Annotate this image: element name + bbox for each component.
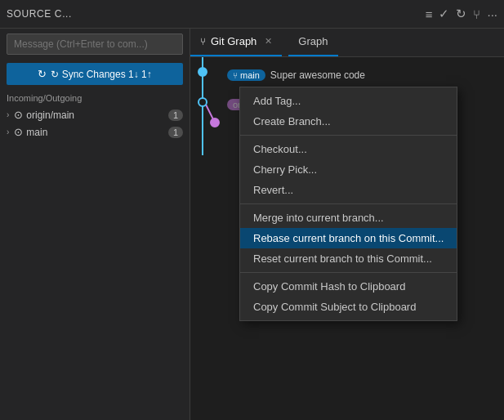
- branch-list: › ⊙ origin/main 1 › ⊙ main 1: [0, 106, 190, 141]
- commit-row-1[interactable]: ⑂ main Super awesome code: [190, 60, 504, 90]
- menu-item-merge[interactable]: Merge into current branch...: [240, 208, 457, 228]
- branch-item-main[interactable]: › ⊙ main 1: [0, 123, 190, 141]
- separator-2: [240, 203, 457, 204]
- menu-item-add-tag[interactable]: Add Tag...: [240, 91, 457, 111]
- branch-icon[interactable]: ⑂: [473, 7, 480, 21]
- refresh-icon[interactable]: ↻: [456, 7, 466, 21]
- main-layout: ↻ ↻ Sync Changes 1↓ 1↑ Incoming/Outgoing…: [0, 29, 504, 420]
- sync-button-label: ↻ Sync Changes 1↓ 1↑: [51, 69, 151, 80]
- sync-circle-icon-main: ⊙: [14, 126, 23, 138]
- sync-icon: ↻: [38, 68, 47, 80]
- commit-info: ⑂ main Super awesome code: [227, 69, 497, 81]
- incoming-outgoing-label: Incoming/Outgoing: [0, 88, 190, 106]
- menu-item-copy-hash[interactable]: Copy Commit Hash to Clipboard: [240, 276, 457, 297]
- menu-item-copy-subject[interactable]: Copy Commit Subject to Clipboard: [240, 297, 457, 317]
- more-icon[interactable]: ···: [487, 7, 497, 21]
- menu-item-reset[interactable]: Reset current branch to this Commit...: [240, 248, 457, 269]
- git-graph-tab-label: Git Graph: [211, 35, 256, 47]
- branch-name-main: main: [26, 127, 165, 138]
- main-branch-tag: ⑂ main: [227, 69, 265, 81]
- menu-item-checkout[interactable]: Checkout...: [240, 139, 457, 159]
- chevron-icon: ›: [7, 110, 9, 119]
- list-icon[interactable]: ≡: [426, 7, 433, 21]
- check-icon[interactable]: ✓: [439, 7, 449, 21]
- menu-item-cherry-pick[interactable]: Cherry Pick...: [240, 159, 457, 180]
- graph-tab-label: Graph: [298, 35, 328, 47]
- commit-message: Super awesome code: [270, 69, 365, 81]
- top-bar: SOURCE C... ≡ ✓ ↻ ⑂ ···: [0, 0, 504, 29]
- close-tab-icon[interactable]: ✕: [265, 36, 272, 47]
- git-graph-icon: ⑂: [200, 36, 206, 47]
- commit-message-input[interactable]: [7, 34, 183, 55]
- main-tag-label: main: [240, 70, 260, 80]
- menu-item-create-branch[interactable]: Create Branch...: [240, 111, 457, 132]
- tab-graph[interactable]: ⑂ Git Graph ✕: [190, 29, 282, 56]
- menu-item-rebase[interactable]: Rebase current branch on this Commit...: [240, 228, 457, 248]
- branch-badge-origin: 1: [168, 109, 183, 121]
- context-menu: Add Tag... Create Branch... Checkout... …: [239, 87, 457, 321]
- branch-badge-main: 1: [168, 127, 183, 138]
- branch-item-origin-main[interactable]: › ⊙ origin/main 1: [0, 106, 190, 123]
- separator-3: [240, 272, 457, 273]
- left-panel: ↻ ↻ Sync Changes 1↓ 1↑ Incoming/Outgoing…: [0, 29, 190, 420]
- branch-tag-icon: ⑂: [233, 71, 238, 80]
- sync-button[interactable]: ↻ ↻ Sync Changes 1↓ 1↑: [7, 63, 183, 85]
- graph-area: ⑂ main Super awesome code origin/... Add…: [190, 57, 504, 420]
- sync-circle-icon: ⊙: [14, 109, 23, 121]
- panel-title: SOURCE C...: [7, 8, 421, 20]
- svg-point-4: [211, 118, 219, 127]
- chevron-icon-main: ›: [7, 127, 9, 136]
- menu-item-revert[interactable]: Revert...: [240, 180, 457, 200]
- separator-1: [240, 135, 457, 136]
- right-panel: ⑂ Git Graph ✕ Graph: [190, 29, 504, 420]
- branch-name-origin: origin/main: [26, 109, 165, 121]
- tabs-bar: ⑂ Git Graph ✕ Graph: [190, 29, 504, 57]
- tab-graph-inner[interactable]: Graph: [288, 29, 337, 56]
- top-bar-icons: ≡ ✓ ↻ ⑂ ···: [426, 7, 497, 21]
